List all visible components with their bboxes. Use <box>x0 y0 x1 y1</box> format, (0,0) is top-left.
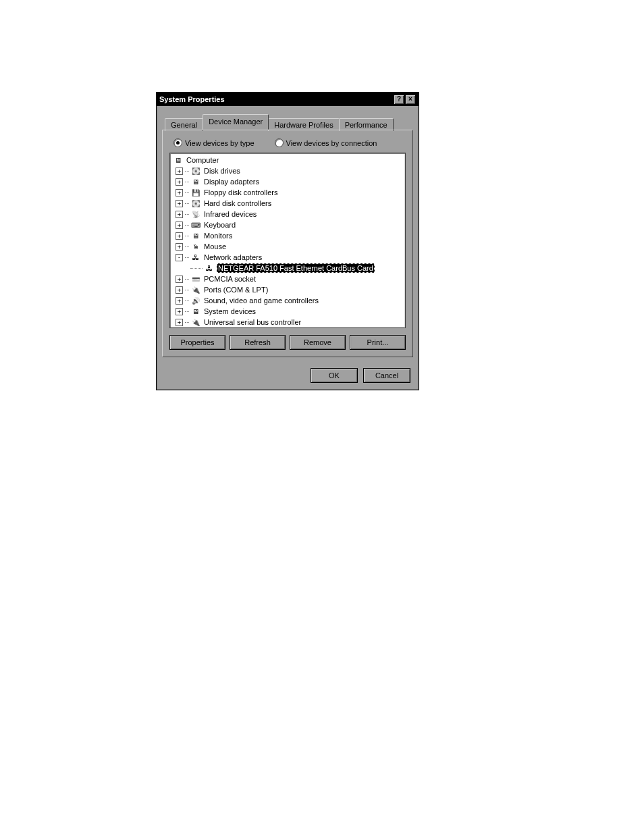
ports-icon <box>190 285 201 294</box>
tree-label: Mouse <box>203 242 227 251</box>
system-icon <box>190 307 201 316</box>
tree-label: Monitors <box>203 232 233 240</box>
cancel-button[interactable]: Cancel <box>363 368 410 383</box>
tab-strip: General Device Manager Hardware Profiles… <box>165 114 413 130</box>
netcard-icon <box>204 263 215 273</box>
button-label: Properties <box>180 338 214 346</box>
expand-icon[interactable]: + <box>176 297 183 305</box>
display-icon <box>190 177 201 186</box>
tab-device-manager[interactable]: Device Manager <box>203 114 269 130</box>
tree-item-mouse[interactable]: + Mouse <box>171 241 404 252</box>
system-properties-dialog: System Properties ? × General Device Man… <box>156 92 419 390</box>
tree-label-selected: NETGEAR FA510 Fast Ethernet CardBus Card <box>217 263 375 273</box>
expand-icon[interactable]: + <box>176 167 183 175</box>
tree-item-floppy-controllers[interactable]: + Floppy disk controllers <box>171 187 404 198</box>
expand-icon[interactable]: + <box>176 286 183 294</box>
tree-label: Computer <box>186 156 219 164</box>
expand-icon[interactable]: + <box>176 178 183 186</box>
expand-icon[interactable]: + <box>176 276 183 283</box>
tree-label: Ports (COM & LPT) <box>203 286 269 294</box>
floppy-icon <box>190 188 201 197</box>
computer-icon <box>173 155 184 165</box>
tree-item-hdd-controllers[interactable]: + Hard disk controllers <box>171 198 404 209</box>
close-button[interactable]: × <box>405 95 416 105</box>
tree-label: Universal serial bus controller <box>203 318 302 326</box>
radio-label: View devices by connection <box>286 139 377 147</box>
tree-item-usb[interactable]: + Universal serial bus controller <box>171 317 404 328</box>
radio-view-by-connection[interactable]: View devices by connection <box>275 138 377 147</box>
tree-label: System devices <box>203 307 257 315</box>
infrared-icon <box>190 209 201 219</box>
hdd-icon <box>190 199 201 208</box>
print-button[interactable]: Print... <box>350 335 406 350</box>
tree-label: Infrared devices <box>203 210 257 218</box>
titlebar[interactable]: System Properties ? × <box>157 93 419 106</box>
tree-root[interactable]: Computer <box>171 155 404 165</box>
tab-panel-device-manager: View devices by type View devices by con… <box>162 130 413 357</box>
tree-item-ports[interactable]: + Ports (COM & LPT) <box>171 284 404 295</box>
collapse-icon[interactable]: - <box>176 254 183 261</box>
radio-view-by-type[interactable]: View devices by type <box>173 138 254 147</box>
tree-label: PCMCIA socket <box>203 275 257 283</box>
expand-icon[interactable]: + <box>176 308 183 315</box>
expand-icon[interactable]: + <box>176 243 183 251</box>
window-title: System Properties <box>159 95 393 103</box>
pcmcia-icon <box>190 274 201 284</box>
tree-item-disk-drives[interactable]: + Disk drives <box>171 165 404 176</box>
tree-label: Display adapters <box>203 178 260 186</box>
disk-icon <box>190 166 201 176</box>
tree-item-monitors[interactable]: + Monitors <box>171 230 404 241</box>
refresh-button[interactable]: Refresh <box>230 335 286 350</box>
network-icon <box>190 253 201 262</box>
button-label: Print... <box>367 338 389 346</box>
tree-item-display-adapters[interactable]: + Display adapters <box>171 176 404 187</box>
tree-item-sound[interactable]: + Sound, video and game controllers <box>171 295 404 306</box>
expand-icon[interactable]: + <box>176 200 183 207</box>
tree-label: Sound, video and game controllers <box>203 296 319 305</box>
dialog-button-row: OK Cancel <box>162 368 413 383</box>
expand-icon[interactable]: + <box>176 221 183 229</box>
help-button[interactable]: ? <box>394 95 404 105</box>
tree-item-infrared[interactable]: + Infrared devices <box>171 209 404 219</box>
button-label: OK <box>329 371 340 380</box>
tree-label: Hard disk controllers <box>203 199 272 207</box>
usb-icon <box>190 317 201 327</box>
properties-button[interactable]: Properties <box>169 335 225 350</box>
tree-label: Keyboard <box>203 221 236 229</box>
button-label: Remove <box>304 338 331 346</box>
button-label: Cancel <box>375 371 398 380</box>
expand-icon[interactable]: + <box>176 232 183 240</box>
radio-icon <box>275 138 284 147</box>
expand-icon[interactable]: + <box>176 319 183 326</box>
radio-icon <box>173 138 182 147</box>
radio-label: View devices by type <box>185 139 254 147</box>
sound-icon <box>190 296 201 305</box>
tree-item-system-devices[interactable]: + System devices <box>171 306 404 317</box>
tree-item-pcmcia[interactable]: + PCMCIA socket <box>171 273 404 284</box>
mouse-icon <box>190 242 201 251</box>
view-mode-group: View devices by type View devices by con… <box>173 138 402 147</box>
tree-label: Network adapters <box>203 253 263 261</box>
keyboard-icon <box>190 220 201 230</box>
monitor-icon <box>190 231 201 240</box>
expand-icon[interactable]: + <box>176 211 183 218</box>
remove-button[interactable]: Remove <box>290 335 346 350</box>
ok-button[interactable]: OK <box>311 368 358 383</box>
tree-item-netgear-fa510[interactable]: NETGEAR FA510 Fast Ethernet CardBus Card <box>171 263 404 273</box>
button-label: Refresh <box>244 338 271 346</box>
device-tree[interactable]: Computer + Disk drives + Display adapter… <box>169 153 406 328</box>
tree-item-keyboard[interactable]: + Keyboard <box>171 219 404 230</box>
panel-button-row: Properties Refresh Remove Print... <box>169 335 406 350</box>
tree-item-network-adapters[interactable]: - Network adapters <box>171 252 404 263</box>
expand-icon[interactable]: + <box>176 189 183 197</box>
tree-label: Floppy disk controllers <box>203 188 278 197</box>
tree-label: Disk drives <box>203 167 241 175</box>
